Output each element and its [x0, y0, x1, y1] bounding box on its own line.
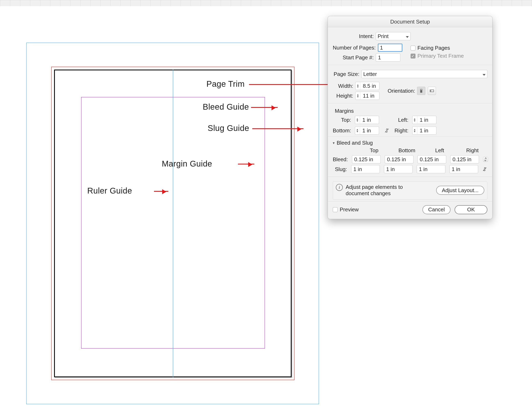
checkbox-checked-icon	[410, 54, 415, 59]
annotation-slug-guide: Slug Guide	[208, 124, 249, 133]
svg-rect-3	[430, 90, 431, 92]
stepper-icon[interactable]: ▲▼	[412, 116, 417, 124]
dialog-footer: Preview Cancel OK	[328, 201, 492, 219]
page-size-select[interactable]: Letter	[361, 70, 487, 78]
section-adjust: i Adjust page elements to document chang…	[328, 177, 492, 201]
margin-bottom-input[interactable]: ▲▼1 in	[355, 126, 379, 135]
primary-text-frame-checkbox: Primary Text Frame	[410, 53, 464, 59]
stepper-icon[interactable]: ▲▼	[355, 92, 360, 99]
arrow-margin	[238, 164, 254, 165]
page-size-label: Page Size:	[333, 71, 359, 77]
annotation-margin-guide: Margin Guide	[162, 159, 212, 168]
cancel-button[interactable]: Cancel	[423, 205, 450, 214]
margin-right-label: Right:	[395, 128, 409, 134]
start-page-input[interactable]: 1	[376, 53, 400, 62]
bleed-row: Bleed: 0.125 in 0.125 in 0.125 in 0.125 …	[333, 155, 487, 163]
section-basic: Intent: Print Number of Pages: 1 Start P…	[328, 27, 492, 65]
stepper-icon[interactable]: ▲▼	[355, 127, 360, 134]
margins-title: Margins	[335, 108, 487, 114]
arrow-bleed	[251, 107, 278, 108]
chevron-down-icon	[483, 71, 486, 77]
bleed-top-input[interactable]: 0.125 in	[352, 155, 381, 163]
margin-right-input[interactable]: ▲▼1 in	[412, 126, 436, 135]
width-label: Width:	[333, 83, 353, 89]
preview-checkbox[interactable]: Preview	[333, 206, 359, 213]
bleed-left-input[interactable]: 0.125 in	[418, 155, 446, 163]
link-slug-icon[interactable]	[482, 167, 487, 172]
height-label: Height:	[333, 93, 353, 99]
orientation-label: Orientation:	[388, 88, 415, 94]
facing-pages-checkbox[interactable]: Facing Pages	[410, 45, 464, 51]
link-margins-icon[interactable]	[383, 126, 391, 135]
orientation-portrait-button[interactable]	[417, 87, 425, 95]
svg-rect-1	[421, 89, 422, 90]
info-icon: i	[336, 184, 343, 191]
section-margins: Margins Top: ▲▼1 in Left: ▲▼1 in Bottom:…	[328, 103, 492, 136]
margin-top-input[interactable]: ▲▼1 in	[355, 116, 379, 124]
bleed-slug-header: TopBottomLeftRight	[360, 147, 487, 154]
stepper-icon[interactable]: ▲▼	[355, 82, 360, 90]
slug-row: Slug: 1 in 1 in 1 in 1 in	[333, 165, 487, 173]
start-page-label: Start Page #:	[333, 54, 374, 61]
annotation-bleed-guide: Bleed Guide	[203, 102, 249, 112]
stepper-icon[interactable]: ▲▼	[355, 116, 360, 124]
chevron-down-icon: ▾	[333, 141, 335, 145]
intent-label: Intent:	[333, 33, 374, 39]
adjust-layout-button[interactable]: Adjust Layout...	[436, 186, 484, 195]
bleed-slug-disclosure[interactable]: ▾ Bleed and Slug	[333, 140, 487, 146]
margin-left-label: Left:	[395, 117, 409, 123]
checkbox-icon	[333, 207, 338, 212]
margin-bottom-label: Bottom:	[333, 128, 351, 134]
ruler-guide	[173, 70, 173, 377]
intent-value: Print	[378, 33, 388, 39]
num-pages-label: Number of Pages:	[333, 45, 376, 51]
width-input[interactable]: ▲▼ 8.5 in	[355, 82, 380, 90]
height-input[interactable]: ▲▼ 11 in	[355, 92, 380, 100]
margin-top-label: Top:	[333, 117, 351, 123]
annotation-ruler-guide: Ruler Guide	[87, 186, 132, 195]
svg-line-5	[483, 168, 486, 171]
slug-right-input[interactable]: 1 in	[450, 165, 478, 173]
arrow-slug	[252, 128, 303, 129]
svg-line-4	[385, 129, 388, 132]
section-bleed-slug: ▾ Bleed and Slug TopBottomLeftRight Blee…	[328, 136, 492, 177]
adjust-layout-text: Adjust page elements to document changes	[346, 184, 425, 196]
bleed-bottom-input[interactable]: 0.125 in	[385, 155, 413, 163]
dialog-title: Document Setup	[328, 16, 492, 27]
annotation-page-trim: Page Trim	[206, 79, 245, 89]
section-page-size: Page Size: Letter Width: ▲▼ 8.5 in Heigh…	[328, 65, 492, 103]
margin-left-input[interactable]: ▲▼1 in	[412, 116, 436, 124]
slug-bottom-input[interactable]: 1 in	[384, 165, 413, 173]
bleed-right-input[interactable]: 0.125 in	[450, 155, 479, 163]
orientation-landscape-button[interactable]	[428, 87, 436, 95]
document-setup-dialog: Document Setup Intent: Print Number of P…	[328, 16, 492, 219]
slug-left-input[interactable]: 1 in	[417, 165, 445, 173]
num-pages-input[interactable]: 1	[378, 44, 402, 52]
ok-button[interactable]: OK	[455, 205, 487, 214]
stepper-icon[interactable]: ▲▼	[412, 127, 417, 134]
link-bleed-icon[interactable]	[483, 157, 488, 162]
checkbox-icon	[410, 46, 415, 51]
slug-top-input[interactable]: 1 in	[351, 165, 380, 173]
arrow-ruler	[154, 191, 168, 192]
intent-select[interactable]: Print	[376, 32, 410, 40]
chevron-down-icon	[406, 33, 409, 39]
